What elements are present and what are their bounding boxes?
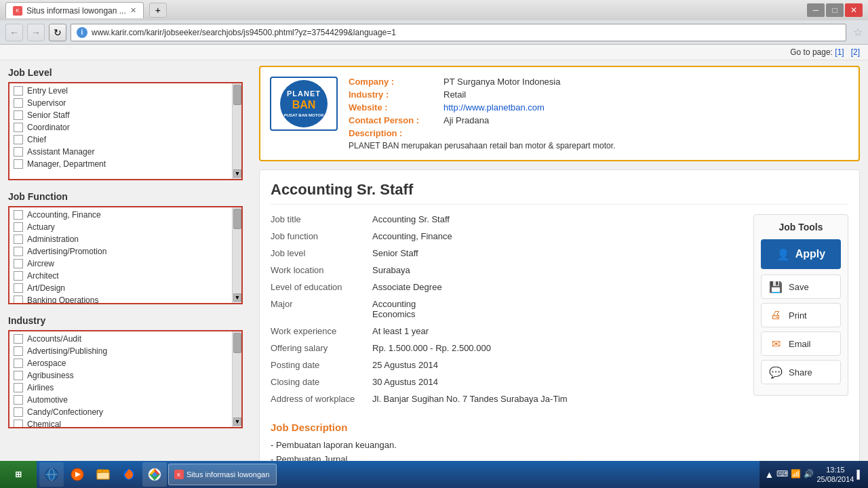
forward-button[interactable]: → — [27, 24, 45, 41]
list-item[interactable]: Coordinator — [9, 121, 241, 134]
checkbox-agribusiness[interactable] — [14, 371, 23, 380]
job-desc-line2: - Pembuatan Jurnal. — [271, 453, 848, 461]
checkbox-aircrew[interactable] — [14, 259, 23, 268]
checkbox-aerospace[interactable] — [14, 359, 23, 368]
list-item[interactable]: Entry Level — [9, 85, 241, 97]
start-button[interactable]: ⊞ — [0, 461, 37, 488]
close-button[interactable]: ✕ — [845, 3, 863, 17]
list-item[interactable]: Art/Design — [9, 282, 241, 294]
job-table: Job title Accounting Sr. Staff Job funct… — [271, 214, 740, 411]
email-button[interactable]: ✉ Email — [761, 331, 841, 356]
list-item[interactable]: Chemical — [9, 418, 241, 428]
new-tab-button[interactable]: + — [149, 3, 167, 18]
address-bar[interactable]: i www.karir.com/karir/jobseeker/searchjo… — [71, 24, 846, 41]
list-item[interactable]: Assistant Manager — [9, 146, 241, 158]
list-item[interactable]: Airlines — [9, 382, 241, 394]
list-item[interactable]: Chief — [9, 134, 241, 146]
list-item[interactable]: Aircrew — [9, 258, 241, 270]
reload-button[interactable]: ↻ — [49, 24, 66, 41]
checkbox-actuary[interactable] — [14, 222, 23, 232]
company-name-row: Company : PT Surganya Motor Indonesia — [349, 77, 849, 87]
checkbox-architect[interactable] — [14, 271, 23, 281]
job-level-value: Senior Staff — [372, 248, 418, 258]
checkbox-administration[interactable] — [14, 235, 23, 244]
job-title: Accounting Sr. Staff — [271, 181, 848, 205]
checkbox-banking[interactable] — [14, 296, 23, 304]
checkbox-chief[interactable] — [14, 135, 23, 144]
website-link[interactable]: http://www.planetban.com — [443, 102, 545, 113]
minimize-button[interactable]: ─ — [807, 3, 825, 17]
list-item[interactable]: Advertising/Publishing — [9, 345, 241, 357]
checkbox-assistant-manager[interactable] — [14, 147, 23, 157]
job-tools-panel: Job Tools 👤 Apply 💾 Save — [753, 214, 848, 411]
checkbox-candy[interactable] — [14, 407, 23, 417]
list-item[interactable]: Supervisor — [9, 97, 241, 109]
taskbar-active-window[interactable]: K Situs informasi lowongan — [168, 464, 277, 485]
industry-scrollbar[interactable]: ▼ — [232, 331, 241, 427]
taskbar-icon-ie[interactable] — [39, 462, 64, 487]
taskbar-icon-chrome[interactable] — [142, 462, 167, 487]
list-item[interactable]: Accounts/Audit — [9, 333, 241, 345]
back-button[interactable]: ← — [5, 24, 23, 41]
taskbar-icon-explorer[interactable] — [91, 462, 115, 487]
list-item[interactable]: Manager, Department — [9, 158, 241, 170]
company-name: PT Surganya Motor Indonesia — [443, 77, 560, 87]
scrollbar-thumb[interactable] — [233, 333, 241, 353]
list-item[interactable]: Automotive — [9, 394, 241, 406]
share-button[interactable]: 💬 Share — [761, 360, 841, 384]
checkbox-chemical[interactable] — [14, 420, 23, 428]
list-item[interactable]: Agribusiness — [9, 369, 241, 382]
apply-button[interactable]: 👤 Apply — [761, 239, 841, 269]
checkbox-art-design[interactable] — [14, 283, 23, 293]
major-value: Accounting Economics — [372, 299, 416, 319]
contact-row: Contact Person : Aji Pradana — [349, 115, 849, 125]
page-wrap: Go to page: [1] [2] Job Level — [0, 45, 868, 461]
scroll-down-btn[interactable]: ▼ — [233, 169, 241, 178]
bookmark-icon[interactable]: ☆ — [853, 26, 863, 39]
checkbox-supervisor[interactable] — [14, 98, 23, 108]
list-item[interactable]: Actuary — [9, 221, 241, 233]
scrollbar-thumb[interactable] — [233, 85, 241, 105]
print-button[interactable]: 🖨 Print — [761, 303, 841, 327]
save-button[interactable]: 💾 Save — [761, 274, 841, 299]
item-label: Banking Operations — [27, 296, 98, 304]
page-1-link[interactable]: [1] — [835, 47, 844, 57]
list-item[interactable]: Accounting, Finance — [9, 209, 241, 221]
list-item[interactable]: Banking Operations — [9, 294, 241, 304]
scrollbar-thumb[interactable] — [233, 209, 241, 229]
checkbox-airlines[interactable] — [14, 383, 23, 392]
item-label: Advertising/Publishing — [27, 346, 107, 356]
list-item[interactable]: Administration — [9, 233, 241, 245]
checkbox-adv-publishing[interactable] — [14, 346, 23, 356]
show-desktop-button[interactable]: ▌ — [856, 470, 863, 479]
list-item[interactable]: Architect — [9, 270, 241, 282]
page-2-link[interactable]: [2] — [851, 47, 860, 57]
job-function-scrollbar[interactable]: ▼ — [232, 207, 241, 303]
job-function-value: Accounting, Finance — [372, 231, 452, 241]
list-item[interactable]: Candy/Confectionery — [9, 406, 241, 418]
checkbox-advertising[interactable] — [14, 247, 23, 256]
job-level-scrollbar[interactable]: ▼ — [232, 83, 241, 179]
save-label: Save — [789, 282, 809, 292]
maximize-button[interactable]: □ — [826, 3, 844, 17]
taskbar-icon-wmp[interactable] — [65, 462, 90, 487]
checkbox-automotive[interactable] — [14, 395, 23, 405]
taskbar-icon-ff[interactable] — [117, 462, 141, 487]
checkbox-manager-dept[interactable] — [14, 159, 23, 169]
checkbox-entry-level[interactable] — [14, 86, 23, 96]
scroll-down-btn[interactable]: ▼ — [233, 418, 241, 426]
browser-titlebar: K Situs informasi lowongan ... ✕ + ─ □ ✕ — [0, 0, 868, 20]
tab-close-button[interactable]: ✕ — [130, 6, 136, 15]
website-value: http://www.planetban.com — [443, 102, 545, 113]
checkbox-accounts-audit[interactable] — [14, 334, 23, 344]
browser-tab[interactable]: K Situs informasi lowongan ... ✕ — [5, 2, 144, 18]
scroll-down-btn[interactable]: ▼ — [233, 293, 241, 302]
list-item[interactable]: Aerospace — [9, 357, 241, 369]
job-desc-text: - Pembuatan laporan keuangan. - Pembuata… — [271, 439, 848, 461]
item-label: Art/Design — [27, 283, 65, 293]
checkbox-senior-staff[interactable] — [14, 110, 23, 120]
list-item[interactable]: Advertising/Promotion — [9, 245, 241, 258]
checkbox-accounting[interactable] — [14, 210, 23, 220]
checkbox-coordinator[interactable] — [14, 123, 23, 132]
list-item[interactable]: Senior Staff — [9, 109, 241, 121]
